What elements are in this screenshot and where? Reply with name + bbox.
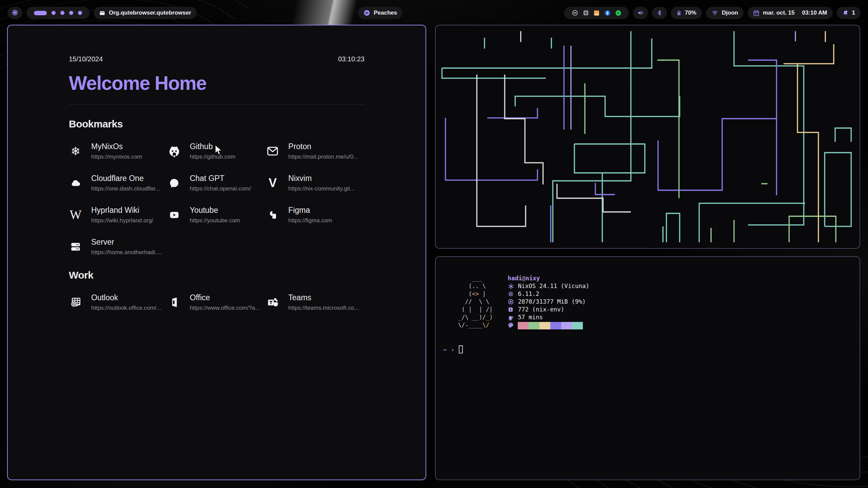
bookmark-server[interactable]: Serverhttps://home.anotherhadi.... <box>69 238 167 256</box>
wiki-icon: W <box>69 209 82 221</box>
mail-icon <box>266 145 279 157</box>
media-player-chip[interactable]: Peaches <box>358 7 402 19</box>
bookmark-chat-gpt[interactable]: Chat GPThttps://chat.openai.com/ <box>167 174 266 192</box>
pipe-segment <box>789 216 836 242</box>
shell-prompt[interactable]: ~ › <box>443 345 851 353</box>
bookmark-title: Teams <box>288 293 359 302</box>
volume-button[interactable] <box>633 7 648 19</box>
workspace-3[interactable] <box>60 11 64 15</box>
workspace-4[interactable] <box>69 11 73 15</box>
fastfetch-memory-line: 2870/31377 MiB (9%) <box>508 298 589 306</box>
os-icon <box>508 283 518 290</box>
pipes-terminal-window <box>435 25 860 249</box>
clock-date: mar. oct. 15 <box>763 9 795 16</box>
clock-time: 03:10 AM <box>802 9 827 16</box>
server-icon <box>69 241 82 252</box>
bluetooth-button[interactable] <box>652 7 667 19</box>
workspace-indicator[interactable] <box>26 7 90 19</box>
tray-downloads-icon[interactable] <box>593 10 600 16</box>
fastfetch-value: NixOS 24.11 (Vicuna) <box>518 282 589 290</box>
palette-swatch-5 <box>561 322 572 329</box>
github-icon <box>168 145 180 157</box>
battery-chip[interactable]: 70% <box>671 7 702 19</box>
pipe-segment <box>657 60 679 198</box>
pipe-segment <box>477 75 526 226</box>
youtube-icon <box>168 210 180 220</box>
pipe-segment <box>797 64 818 242</box>
palette-swatch-2 <box>529 322 539 329</box>
window-icon <box>99 10 105 16</box>
terminal-host: nixy <box>526 274 540 282</box>
pipe-segment <box>574 144 645 173</box>
memory-icon <box>508 299 518 305</box>
server-icon <box>70 241 82 252</box>
fastfetch-value: 772 (nix-env) <box>518 306 564 313</box>
tray-vault-icon[interactable] <box>583 10 589 16</box>
fastfetch-ascii-art: ___ (.. \ (<> | // \ \ ( | | /| _/\ __)/… <box>458 274 493 329</box>
bookmark-nixvim[interactable]: VNixvimhttps://nix-community.git... <box>266 174 364 192</box>
bookmark-hyprland-wiki[interactable]: WHyprland Wikihttps://wiki.hyprland.org/ <box>69 206 167 224</box>
vim-icon: V <box>266 177 279 189</box>
workspace-5[interactable] <box>78 11 82 15</box>
system-tray <box>564 7 629 19</box>
bookmark-title: Cloudflare One <box>91 174 160 183</box>
network-chip[interactable]: Djoon <box>706 7 744 19</box>
notification-chip[interactable]: 1 <box>837 7 861 19</box>
tray-cast-icon[interactable] <box>572 9 578 16</box>
office-icon <box>167 296 181 308</box>
pipe-segment <box>515 96 679 117</box>
fastfetch-user-host: hadi@nixy <box>508 274 589 282</box>
prompt-cwd: ~ <box>443 346 447 353</box>
palette-swatch-3 <box>539 322 550 329</box>
clock-chip[interactable]: mar. oct. 15 03:10 AM <box>748 7 833 19</box>
bookmark-title: Outlook <box>91 293 161 302</box>
bookmark-grid: Outlookhttps://outlook.office.com/...Off… <box>69 293 364 311</box>
outlook-icon <box>69 297 82 308</box>
bookmark-url: https://mynixos.com <box>91 154 142 160</box>
bookmark-mynixos[interactable]: ❄MyNixOshttps://mynixos.com <box>69 142 167 160</box>
pipe-segment <box>557 184 631 212</box>
fastfetch-uptime-line: 57 mins <box>508 313 589 321</box>
tray-bluetooth-icon[interactable] <box>604 10 611 16</box>
bookmark-outlook[interactable]: Outlookhttps://outlook.office.com/... <box>69 293 167 311</box>
kernel-icon <box>508 291 518 297</box>
bookmark-url: https://youtube.com <box>190 217 240 224</box>
vim-icon: V <box>269 177 277 189</box>
pipe-segment <box>595 183 615 195</box>
teams-icon <box>266 297 279 308</box>
bookmark-url: https://github.com <box>190 154 235 160</box>
bluetooth-icon <box>656 10 663 16</box>
chat-icon <box>167 177 181 189</box>
bookmark-title: Office <box>190 293 260 302</box>
startpage-date: 15/10/2024 <box>69 55 103 63</box>
terminal-at: @ <box>522 274 526 282</box>
bookmark-proton[interactable]: Protonhttps://mail.proton.me/u/0... <box>266 142 364 160</box>
pipe-segment <box>446 118 537 180</box>
fastfetch-packages-line: 772 (nix-env) <box>508 306 589 313</box>
workspace-1-active[interactable] <box>34 11 47 15</box>
office-icon <box>169 296 179 308</box>
chat-icon <box>169 177 180 189</box>
bluetooth-tray-icon <box>604 10 611 16</box>
active-window-chip[interactable]: Org.qutebrowser.qutebrowser <box>94 7 197 19</box>
bookmark-title: Chat GPT <box>190 174 251 183</box>
bookmark-figma[interactable]: Figmahttps://figma.com <box>266 206 364 224</box>
bookmark-office[interactable]: Officehttps://www.office.com/?a... <box>167 293 266 311</box>
nixos-icon <box>508 283 514 290</box>
outlook-icon <box>70 297 82 308</box>
bookmark-teams[interactable]: Teamshttps://teams.microsoft.co... <box>266 293 364 311</box>
launcher-button[interactable]: ❋ <box>7 7 22 19</box>
calendar-icon <box>753 10 760 16</box>
packages-icon <box>508 306 514 313</box>
workspace-2[interactable] <box>52 11 56 15</box>
cloud-icon <box>69 178 82 188</box>
palette-icon <box>508 322 518 328</box>
speaker-icon <box>637 9 644 16</box>
memory-icon <box>508 299 514 305</box>
pipe-segment <box>442 38 652 68</box>
nix-icon: ❄ <box>69 145 82 157</box>
tray-spotify-icon[interactable] <box>615 10 622 16</box>
bookmark-url: https://home.anotherhadi.... <box>91 249 161 256</box>
bookmark-cloudflare-one[interactable]: Cloudflare Onehttps://one.dash.cloudflar… <box>69 174 167 192</box>
bookmark-youtube[interactable]: Youtubehttps://youtube.com <box>167 206 266 224</box>
